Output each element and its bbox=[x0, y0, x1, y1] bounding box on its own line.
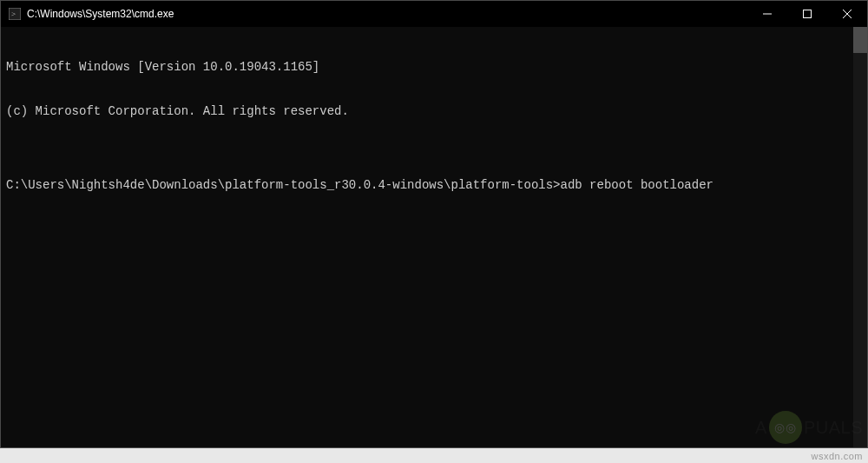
titlebar[interactable]: > C:\Windows\System32\cmd.exe bbox=[1, 1, 867, 27]
appuals-watermark: A ◎◎ PUALS bbox=[755, 411, 863, 444]
prompt-path: C:\Users\Nightsh4de\Downloads\platform-t… bbox=[6, 178, 561, 192]
window-title: C:\Windows\System32\cmd.exe bbox=[27, 8, 747, 20]
site-watermark: wsxdn.com bbox=[811, 451, 863, 461]
typed-command: adb reboot bootloader bbox=[561, 178, 713, 192]
svg-rect-3 bbox=[804, 10, 812, 18]
cmd-window: > C:\Windows\System32\cmd.exe Microsoft … bbox=[0, 0, 868, 448]
minimize-button[interactable] bbox=[747, 1, 787, 27]
watermark-text-right: PUALS bbox=[804, 418, 863, 438]
terminal-output[interactable]: Microsoft Windows [Version 10.0.19043.11… bbox=[1, 27, 867, 447]
terminal-line-copyright: (c) Microsoft Corporation. All rights re… bbox=[6, 104, 862, 119]
terminal-prompt-line: C:\Users\Nightsh4de\Downloads\platform-t… bbox=[6, 178, 862, 193]
window-controls bbox=[747, 1, 867, 27]
watermark-logo-icon: ◎◎ bbox=[769, 411, 802, 444]
vertical-scrollbar[interactable] bbox=[853, 27, 867, 447]
terminal-line-version: Microsoft Windows [Version 10.0.19043.11… bbox=[6, 60, 862, 75]
cmd-icon: > bbox=[8, 7, 22, 21]
svg-text:>: > bbox=[11, 10, 16, 18]
scrollbar-thumb[interactable] bbox=[853, 27, 867, 53]
watermark-text-left: A bbox=[755, 418, 767, 438]
maximize-button[interactable] bbox=[787, 1, 827, 27]
close-button[interactable] bbox=[827, 1, 867, 27]
